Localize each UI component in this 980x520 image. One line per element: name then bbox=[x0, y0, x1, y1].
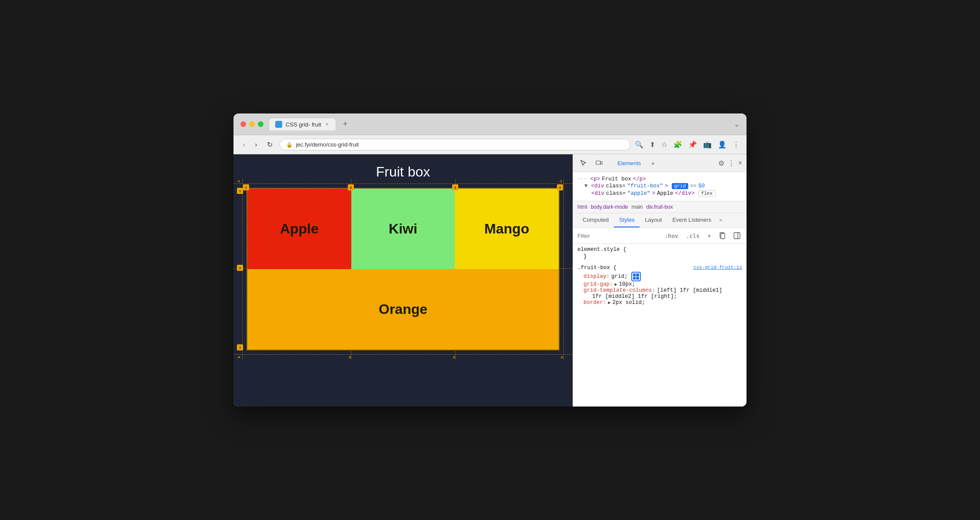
border-prop-line: border: ▶ 2px solid; bbox=[577, 300, 742, 306]
more-options-button[interactable]: ⋮ bbox=[728, 159, 735, 167]
menu-icon[interactable]: ⋮ bbox=[733, 140, 740, 149]
grid-line-v4 bbox=[563, 179, 564, 359]
grid-num-2-left: 2 bbox=[237, 265, 243, 271]
styles-filter-input[interactable] bbox=[577, 233, 660, 239]
grid-badge[interactable]: grid bbox=[672, 183, 688, 189]
back-button[interactable]: ‹ bbox=[240, 140, 248, 150]
zoom-icon[interactable]: 🔍 bbox=[635, 140, 643, 149]
event-listeners-tab[interactable]: Event Listeners bbox=[667, 213, 717, 227]
elements-tab[interactable]: Elements bbox=[612, 158, 646, 168]
svg-rect-3 bbox=[721, 233, 725, 239]
traffic-lights bbox=[240, 121, 263, 127]
grid-line-h3 bbox=[233, 354, 573, 355]
breadcrumb-body[interactable]: body.dark-mode bbox=[591, 204, 628, 210]
title-bar: 🌐 CSS grid- fruit × + ⌄ bbox=[233, 113, 747, 135]
browser-window: 🌐 CSS grid- fruit × + ⌄ ‹ › ↻ 🔒 jec.fyi/… bbox=[233, 113, 747, 407]
svg-rect-1 bbox=[600, 162, 602, 164]
forward-button[interactable]: › bbox=[252, 140, 260, 150]
css-rules: element.style { } css-grid-fruit:11 .fru… bbox=[573, 244, 747, 407]
expand-grid-gap[interactable]: ▶ bbox=[615, 282, 617, 287]
grid-num-neg1-bottom: -1 bbox=[560, 355, 563, 359]
filter-buttons: :hov .cls + bbox=[663, 230, 742, 241]
dom-p-tag[interactable]: <p> bbox=[590, 176, 600, 182]
kiwi-cell: Kiwi bbox=[351, 189, 455, 269]
address-bar: ‹ › ↻ 🔒 jec.fyi/demo/css-grid-fruit 🔍 ⬆ … bbox=[233, 135, 747, 154]
grid-inspector-button[interactable] bbox=[631, 272, 641, 281]
expand-border[interactable]: ▶ bbox=[608, 300, 611, 305]
breadcrumb-html[interactable]: html bbox=[577, 204, 587, 210]
grid-num-4-top: 4 bbox=[557, 184, 563, 190]
element-style-selector: element.style { bbox=[577, 247, 742, 253]
grid-wrapper: Apple Kiwi Mango Orange 1 2 3 bbox=[247, 188, 560, 350]
mango-cell: Mango bbox=[455, 189, 559, 269]
share-icon[interactable]: ⬆ bbox=[650, 140, 655, 149]
breadcrumb: html body.dark-mode main div.fruit-box bbox=[573, 201, 747, 213]
css-source-link[interactable]: css-grid-fruit:11 bbox=[693, 265, 742, 270]
more-styles-tabs[interactable]: » bbox=[717, 213, 725, 227]
element-style-rule: element.style { } bbox=[577, 247, 742, 260]
breadcrumb-main[interactable]: main bbox=[632, 204, 643, 210]
grid-num-1-top: 1 bbox=[243, 184, 249, 190]
extension-icon[interactable]: 🧩 bbox=[673, 140, 682, 149]
grid-gap-prop-line: grid-gap: ▶ 10px; bbox=[577, 281, 742, 287]
address-field[interactable]: 🔒 jec.fyi/demo/css-grid-fruit bbox=[280, 139, 630, 150]
display-prop-line: display: grid; bbox=[577, 272, 742, 281]
grid-num-2-top: 2 bbox=[348, 184, 354, 190]
pin-icon[interactable]: 📌 bbox=[688, 140, 697, 149]
grid-num-neg4-left: -4 bbox=[237, 355, 240, 359]
cls-filter-button[interactable]: .cls bbox=[684, 232, 701, 240]
styles-tab[interactable]: Styles bbox=[614, 213, 640, 227]
svg-rect-0 bbox=[596, 161, 600, 164]
close-devtools-button[interactable]: × bbox=[738, 159, 742, 167]
grid-num-neg2-bottom: -2 bbox=[452, 355, 455, 359]
settings-button[interactable]: ⚙ bbox=[718, 159, 724, 167]
fruit-box-rule: css-grid-fruit:11 .fruit-box { display: … bbox=[577, 265, 742, 306]
flex-badge[interactable]: flex bbox=[698, 190, 716, 197]
add-style-button[interactable]: + bbox=[706, 232, 713, 240]
toggle-sidebar-button[interactable] bbox=[732, 230, 742, 241]
layout-tab[interactable]: Layout bbox=[640, 213, 667, 227]
more-tabs-button[interactable]: » bbox=[646, 158, 660, 168]
tab-title: CSS grid- fruit bbox=[286, 121, 321, 128]
grid-template-columns-cont: 1fr [middle2] 1fr [right]; bbox=[577, 293, 742, 300]
grid-num-neg1-left: -1 bbox=[237, 179, 240, 183]
refresh-button[interactable]: ↻ bbox=[264, 140, 275, 150]
profile-icon[interactable]: 👤 bbox=[718, 140, 727, 149]
tab-favicon: 🌐 bbox=[275, 121, 282, 128]
page-content: Fruit box Apple Kiwi bbox=[233, 154, 573, 407]
filter-bar: :hov .cls + bbox=[573, 228, 747, 244]
devtools-settings: ⚙ ⋮ × bbox=[718, 159, 742, 167]
minimize-button[interactable] bbox=[249, 121, 255, 127]
grid-num-neg4-top: -1 bbox=[559, 179, 562, 183]
orange-cell: Orange bbox=[247, 269, 559, 350]
fruit-box-selector: css-grid-fruit:11 .fruit-box { bbox=[577, 265, 742, 271]
close-button[interactable] bbox=[240, 121, 246, 127]
dom-triangle[interactable]: ▼ bbox=[584, 183, 588, 189]
computed-tab[interactable]: Computed bbox=[577, 213, 614, 227]
copy-styles-button[interactable] bbox=[717, 230, 727, 241]
cast-icon[interactable]: 📺 bbox=[703, 140, 712, 149]
tab-close-button[interactable]: × bbox=[325, 121, 330, 127]
address-text: jec.fyi/demo/css-grid-fruit bbox=[296, 141, 624, 148]
dom-tree: ··· <p>Fruit box</p> ▼ <div class="fruit… bbox=[573, 172, 747, 201]
element-picker-button[interactable] bbox=[577, 157, 590, 169]
devtools-toolbar: Elements » ⚙ ⋮ × bbox=[573, 154, 747, 172]
devtools-panel: Elements » ⚙ ⋮ × ··· <p>Fruit box</p> ▼ … bbox=[573, 154, 747, 407]
address-icons: 🔍 ⬆ ☆ 🧩 📌 📺 👤 ⋮ bbox=[635, 140, 740, 149]
grid-num-3-left: 3 bbox=[237, 344, 243, 350]
breadcrumb-div-fruit-box[interactable]: div.fruit-box bbox=[647, 204, 673, 210]
svg-rect-4 bbox=[734, 233, 740, 239]
browser-tab[interactable]: 🌐 CSS grid- fruit × bbox=[269, 118, 336, 130]
dom-line-3: <div class="apple">Apple</div> flex bbox=[577, 190, 742, 197]
new-tab-button[interactable]: + bbox=[340, 118, 351, 130]
hov-filter-button[interactable]: :hov bbox=[663, 232, 680, 240]
device-toolbar-button[interactable] bbox=[593, 157, 605, 169]
grid-num-3-top: 3 bbox=[452, 184, 458, 190]
bookmark-icon[interactable]: ☆ bbox=[661, 140, 667, 149]
dom-expand-dots[interactable]: ··· bbox=[577, 176, 587, 182]
maximize-button[interactable] bbox=[258, 121, 263, 127]
tab-menu-button[interactable]: ⌄ bbox=[734, 120, 740, 128]
devtools-top-tabs: Elements » bbox=[609, 158, 715, 168]
grid-template-columns-line: grid-template-columns: [left] 1fr [middl… bbox=[577, 287, 742, 293]
lock-icon: 🔒 bbox=[286, 142, 293, 148]
